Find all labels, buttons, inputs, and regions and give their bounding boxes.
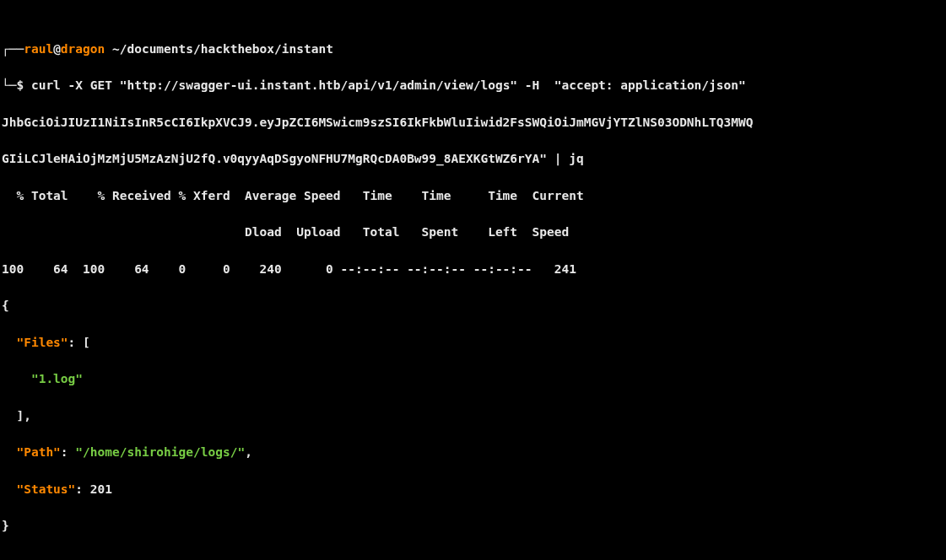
json-files-key: "Files": [ <box>2 334 944 353</box>
prompt-cmd-1: └─$ curl -X GET "http://swagger-ui.insta… <box>2 77 944 95</box>
json-open-1: { <box>2 297 944 315</box>
json-status-1: "Status": 201 <box>2 481 944 499</box>
curl-header-1a: % Total % Received % Xferd Average Speed… <box>2 187 944 206</box>
json-close-1: } <box>2 517 944 536</box>
terminal-output[interactable]: ┌──raul@dragon ~/documents/hackthebox/in… <box>2 3 944 560</box>
json-files-close: ], <box>2 407 944 426</box>
json-path: "Path": "/home/shirohige/logs/", <box>2 444 944 462</box>
cmd-cont-1b: GIiLCJleHAiOjMzMjU5MzAzNjU2fQ.v0qyyAqDSg… <box>2 150 944 169</box>
json-files-val: "1.log" <box>2 370 944 389</box>
cmd-cont-1a: JhbGciOiJIUzI1NiIsInR5cCI6IkpXVCJ9.eyJpZ… <box>2 114 944 132</box>
prompt-line-1: ┌──raul@dragon ~/documents/hackthebox/in… <box>2 40 944 59</box>
curl-row-1: 100 64 100 64 0 0 240 0 --:--:-- --:--:-… <box>2 261 944 279</box>
curl-header-1b: Dload Upload Total Spent Left Speed <box>2 223 944 242</box>
